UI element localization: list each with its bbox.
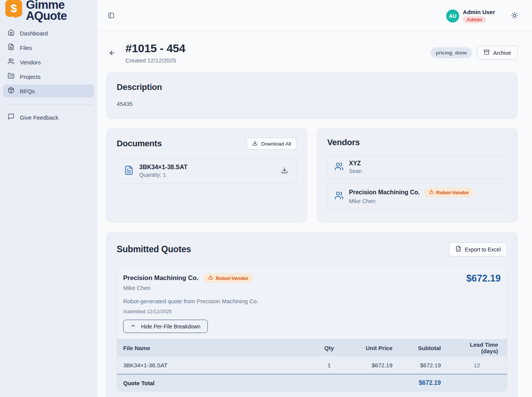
- sidebar-item-projects[interactable]: Projects: [3, 70, 94, 83]
- documents-title: Documents: [117, 139, 162, 149]
- cell-subtotal: $672.19: [399, 362, 447, 368]
- file-spreadsheet-icon: [455, 246, 461, 253]
- table-total-row: Quote Total $672.19: [117, 374, 507, 391]
- description-card: Description 45435: [106, 72, 518, 118]
- cell-lead-time: 12: [447, 362, 507, 368]
- quote-note: Robot-generated quote from Precision Mac…: [123, 298, 501, 304]
- vendors-card: Vendors XYZ Sean: [317, 128, 518, 222]
- cell-file-name: 3BK34×1-38.SAT: [117, 362, 306, 368]
- users-icon: [334, 162, 344, 173]
- sidebar: $ GimmeAQuote Dashboard Files: [0, 0, 97, 397]
- vendors-title: Vendors: [327, 138, 507, 147]
- document-list-item: 3BK34×1-38.SAT Quantity: 1: [117, 158, 297, 184]
- download-all-button[interactable]: Download All: [246, 138, 297, 150]
- archive-icon: [484, 49, 490, 56]
- app-root: $ GimmeAQuote Dashboard Files: [0, 0, 532, 397]
- sidebar-item-files[interactable]: Files: [3, 41, 94, 54]
- quote-total-value: $672.19: [399, 379, 447, 386]
- folder-icon: [8, 72, 14, 81]
- bot-icon: [208, 275, 213, 281]
- table-header-row: File Name Qty Unit Price Subtotal Lead T…: [117, 339, 507, 357]
- page-title: #1015 - 454: [125, 42, 185, 55]
- sidebar-item-give-feedback[interactable]: Give Feedback: [3, 111, 94, 124]
- description-title: Description: [117, 82, 507, 92]
- robot-vendor-badge: Robot-Vendor: [424, 188, 474, 197]
- users-icon: [334, 191, 344, 202]
- logo-dollar-bubble-icon: $: [5, 0, 22, 18]
- sidebar-nav: Dashboard Files Vendors Projects: [0, 27, 97, 98]
- avatar: AU: [446, 10, 459, 22]
- sun-icon: [511, 12, 518, 20]
- message-square-icon: [8, 113, 14, 122]
- table-row: 3BK34×1-38.SAT 1 $672.19 $672.19 12: [117, 357, 507, 374]
- page-header: #1015 - 454 Created 12/12/2025 pricing_d…: [106, 42, 518, 64]
- download-file-button[interactable]: [280, 165, 289, 176]
- vendor-company: Precision Machining Co.: [349, 189, 420, 196]
- home-icon: [8, 29, 14, 37]
- bot-icon: [429, 189, 434, 195]
- quote-total-price: $672.19: [466, 273, 501, 284]
- download-icon: [281, 167, 288, 175]
- sidebar-item-vendors[interactable]: Vendors: [3, 56, 94, 69]
- package-icon: [8, 87, 14, 95]
- page-content: #1015 - 454 Created 12/12/2025 pricing_d…: [97, 32, 532, 397]
- quote-company: Precision Machining Co.: [123, 274, 198, 282]
- sidebar-footer-nav: Give Feedback: [0, 111, 97, 124]
- theme-toggle-button[interactable]: [509, 10, 520, 22]
- toggle-breakdown-button[interactable]: Hide Per-File Breakdown: [123, 320, 208, 333]
- app-name: GimmeAQuote: [26, 0, 67, 21]
- vendor-list-item[interactable]: XYZ Sean: [327, 155, 507, 179]
- description-body: 45435: [117, 101, 507, 107]
- sidebar-toggle-button[interactable]: [106, 11, 116, 21]
- quote-total-label: Quote Total: [117, 380, 306, 386]
- download-icon: [252, 140, 258, 147]
- quote-contact: Mike Chen: [123, 285, 501, 291]
- quote-submitted-date: Submitted 12/12/2025: [123, 309, 501, 314]
- cell-unit-price: $672.19: [352, 362, 399, 368]
- column-header: File Name: [117, 345, 306, 351]
- app-logo[interactable]: $ GimmeAQuote: [0, 0, 97, 27]
- sidebar-item-dashboard[interactable]: Dashboard: [3, 27, 94, 40]
- column-header: Subtotal: [399, 345, 447, 351]
- role-badge: Admin: [463, 16, 486, 23]
- column-header: Unit Price: [352, 345, 399, 351]
- page-subtitle: Created 12/12/2025: [125, 57, 185, 64]
- status-badge: pricing_done: [431, 47, 473, 58]
- sidebar-item-rfqs[interactable]: RFQs: [3, 85, 94, 98]
- vendor-list-item[interactable]: Precision Machining Co. Robot-Vendor Mik…: [327, 183, 507, 209]
- panel-left-icon: [108, 12, 114, 20]
- main-area: AU Admin User Admin: [97, 0, 532, 397]
- vendor-contact: Mike Chen: [349, 198, 500, 204]
- export-to-excel-button[interactable]: Export to Excel: [449, 242, 507, 256]
- quote-breakdown-table: File Name Qty Unit Price Subtotal Lead T…: [117, 339, 507, 391]
- archive-button[interactable]: Archive: [477, 46, 518, 60]
- column-header: Qty: [306, 345, 352, 351]
- vendor-company: XYZ: [349, 160, 500, 167]
- back-button[interactable]: [106, 47, 118, 60]
- file-icon: [8, 43, 14, 52]
- arrow-left-icon: [109, 50, 116, 58]
- submitted-quotes-title: Submitted Quotes: [117, 244, 191, 255]
- sidebar-divider: [5, 104, 92, 105]
- topbar: AU Admin User Admin: [97, 0, 532, 32]
- user-name: Admin User: [463, 9, 495, 16]
- submitted-quotes-card: Submitted Quotes Export to Excel Precisi…: [106, 232, 518, 397]
- users-icon: [8, 58, 14, 66]
- robot-vendor-badge: Robot-Vendor: [204, 274, 253, 283]
- quote-card: Precision Machining Co. Robot-Vendor $67…: [117, 266, 507, 392]
- user-menu[interactable]: AU Admin User Admin: [446, 9, 495, 23]
- cell-qty: 1: [306, 362, 352, 368]
- column-header: Lead Time (days): [447, 341, 507, 354]
- document-name: 3BK34×1-38.SAT: [139, 164, 274, 171]
- file-text-icon: [124, 165, 134, 177]
- chevron-up-icon: [130, 323, 136, 330]
- documents-card: Documents Download All: [106, 128, 307, 222]
- vendor-contact: Sean: [349, 168, 500, 174]
- document-quantity: Quantity: 1: [139, 172, 274, 178]
